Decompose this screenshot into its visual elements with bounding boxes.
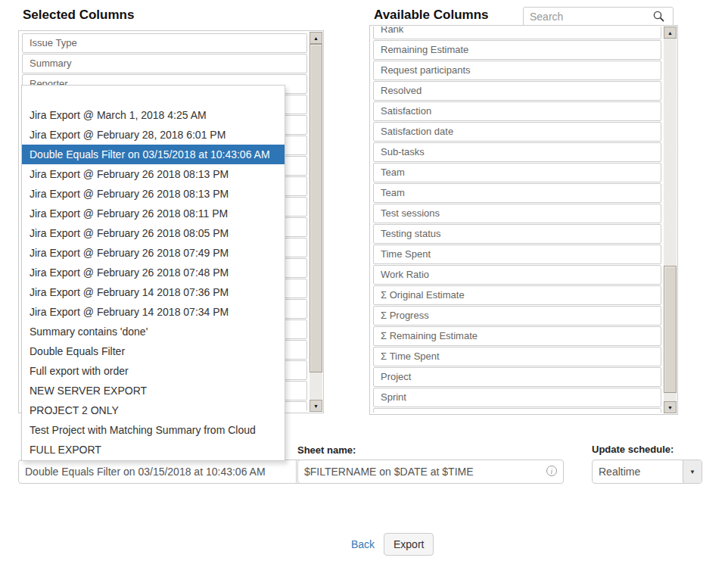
selected-column-item[interactable]: Issue Type [22,33,307,53]
filter-dropdown-menu: Jira Export @ March 1, 2018 4:25 AMJira … [21,85,285,461]
export-wizard-page: { "icons": { "scroll_up": "▲", "scroll_d… [0,0,728,564]
available-column-item[interactable]: Satisfaction [373,101,661,121]
available-columns-list: RankRemaining EstimateRequest participan… [369,25,678,415]
filter-dropdown-option[interactable]: Jira Export @ February 26 2018 08:13 PM [22,184,285,204]
filter-dropdown-options: Jira Export @ March 1, 2018 4:25 AMJira … [22,105,285,460]
scroll-down-icon[interactable]: ▼ [310,400,322,412]
update-schedule-label: Update schedule: [592,444,674,455]
export-button[interactable]: Export [384,533,434,556]
filter-dropdown-option[interactable]: Jira Export @ February 26 2018 08:11 PM [22,204,285,223]
available-columns-visible-rows: RankRemaining EstimateRequest participan… [373,26,661,413]
available-column-item[interactable]: Sprint [373,388,661,407]
filter-dropdown-option[interactable]: Double Equals Filter on 03/15/2018 at 10… [22,145,285,164]
selected-columns-scrollbar[interactable]: ▲ ▼ [310,32,322,412]
filter-dropdown-option[interactable]: FULL EXPORT [22,440,285,460]
available-column-item[interactable]: Sub-tasks [373,142,661,162]
filter-dropdown-option[interactable]: Full export with order [22,361,285,381]
available-column-item[interactable]: Epic Color [373,408,661,413]
update-schedule-select[interactable]: Realtime ▼ [592,460,702,484]
scrollbar-track[interactable] [310,44,322,400]
info-icon[interactable]: i [546,466,557,476]
filter-dropdown-option[interactable]: Jira Export @ February 26 2018 07:49 PM [22,243,285,263]
available-column-item[interactable]: Rank [373,26,661,39]
scrollbar-thumb[interactable] [310,44,322,372]
available-column-item[interactable]: Team [373,183,661,203]
available-column-item[interactable]: Resolved [373,81,661,101]
scroll-up-icon[interactable]: ▲ [310,32,322,44]
filter-dropdown-option[interactable]: PROJECT 2 ONLY [22,400,285,420]
filter-dropdown-option[interactable]: Jira Export @ February 14 2018 07:36 PM [22,282,285,302]
filter-select-value: Double Equals Filter on 03/15/2018 at 10… [19,460,296,483]
sheet-name-label: Sheet name: [297,444,356,456]
filter-dropdown-option[interactable]: Jira Export @ February 14 2018 07:34 PM [22,302,285,322]
scroll-up-icon[interactable]: ▲ [664,26,677,39]
search-icon [652,10,665,23]
selected-column-item[interactable]: Summary [22,54,307,73]
filter-dropdown-option[interactable]: NEW SERVER EXPORT [22,381,285,400]
available-column-item[interactable]: Remaining Estimate [373,40,661,60]
available-column-item[interactable]: Σ Original Estimate [373,285,661,305]
available-column-item[interactable]: Project [373,367,661,387]
sheet-name-input[interactable] [297,460,564,484]
scroll-down-icon[interactable]: ▼ [664,401,677,413]
filter-dropdown-option[interactable]: Jira Export @ February 26 2018 08:05 PM [22,223,285,243]
filter-dropdown-option[interactable]: Jira Export @ March 1, 2018 4:25 AM [22,105,285,125]
filter-dropdown-option[interactable]: Double Equals Filter [22,341,285,361]
available-column-item[interactable]: Work Ratio [373,265,661,285]
available-column-item[interactable]: Request participants [373,61,661,80]
available-column-item[interactable]: Σ Progress [373,306,661,326]
available-columns-rows: RankRemaining EstimateRequest participan… [373,26,661,413]
search-input[interactable] [523,7,674,26]
caret-down-icon[interactable]: ▼ [683,460,702,483]
available-column-item[interactable]: Team [373,163,661,182]
filter-dropdown-option[interactable]: Jira Export @ February 28, 2018 6:01 PM [22,125,285,145]
available-column-item[interactable]: Test sessions [373,204,661,223]
filter-dropdown-option[interactable]: Test Project with Matching Summary from … [22,420,285,440]
update-schedule-value: Realtime [593,460,683,483]
back-link[interactable]: Back [351,538,375,550]
available-columns-scrollbar[interactable]: ▲ ▼ [664,26,677,413]
filter-dropdown-blank-option[interactable] [22,86,285,105]
available-column-item[interactable]: Satisfaction date [373,122,661,142]
available-column-item[interactable]: Testing status [373,224,661,244]
scrollbar-track[interactable] [664,39,677,401]
available-column-item[interactable]: Σ Remaining Estimate [373,326,661,346]
scrollbar-thumb[interactable] [664,266,677,393]
available-columns-title: Available Columns [374,8,488,23]
selected-columns-title: Selected Columns [23,8,134,23]
filter-dropdown-option[interactable]: Jira Export @ February 26 2018 08:13 PM [22,164,285,184]
available-column-item[interactable]: Σ Time Spent [373,347,661,366]
filter-dropdown-option[interactable]: Summary contains 'done' [22,322,285,341]
filter-select[interactable]: Double Equals Filter on 03/15/2018 at 10… [18,460,316,484]
filter-dropdown-option[interactable]: Jira Export @ February 26 2018 07:48 PM [22,263,285,282]
available-column-item[interactable]: Time Spent [373,245,661,264]
